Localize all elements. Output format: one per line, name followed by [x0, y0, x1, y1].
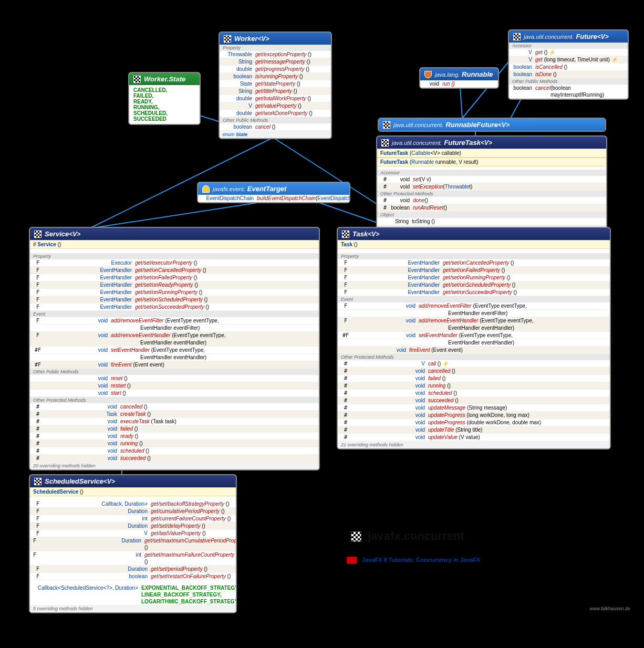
class-service: Service<V> # Service () Property FExecut…	[29, 227, 320, 471]
tutorial-link[interactable]: JavaFX 8 Tutorials: Concurrency in JavaF…	[347, 557, 480, 564]
cup-icon	[424, 71, 432, 78]
section-object: Object	[377, 212, 606, 218]
package-label: javafx.concurrent	[351, 529, 464, 543]
constructor: ScheduledService ()	[30, 487, 236, 496]
footnote: 20 overriding methods hidden	[30, 462, 319, 469]
class-future-task: java.util.concurrent.FutureTask<V> Futur…	[376, 135, 607, 234]
checker-icon	[381, 139, 389, 147]
interface-future: java.util.concurrent.Future<V> Accessor …	[508, 29, 629, 100]
interface-event-target: javafx.event.EventTarget EventDispatchCh…	[197, 182, 350, 203]
section-property: Property	[220, 45, 331, 51]
enum-values: CANCELLED, FAILED, READY, RUNNING, SCHED…	[129, 85, 200, 124]
title-bar: Service<V>	[30, 228, 319, 240]
bell-icon	[202, 185, 210, 193]
title-bar: Worker.State	[129, 73, 200, 85]
section-event: Event	[30, 311, 319, 317]
class-scheduled-service: ScheduledService<V> ScheduledService () …	[29, 474, 237, 613]
title-bar: java.lang.Runnable	[420, 68, 498, 80]
section-other: Other Public Methods	[220, 117, 331, 123]
footnote: 5 overriding methods hidden	[30, 605, 236, 612]
section-property: Property	[338, 253, 610, 259]
section-other: Other Public Methods	[509, 78, 628, 85]
constructor: FutureTask (Runnable runnable, V result)	[377, 158, 606, 166]
interface-worker: Worker<V> Property Throwableget/exceptio…	[219, 32, 332, 139]
web-icon	[347, 557, 357, 564]
section-property: Property	[30, 253, 319, 259]
constructor: FutureTask (Callable<V> callable)	[377, 149, 606, 158]
title-bar: Task<V>	[338, 228, 610, 240]
checker-icon	[383, 121, 390, 129]
section-accessor: Accessor	[377, 170, 606, 176]
constructor: # Service ()	[30, 240, 319, 249]
checker-icon	[34, 231, 41, 238]
svg-line-6	[89, 200, 278, 228]
footnote: 21 overriding methods hidden	[338, 441, 610, 448]
checker-icon	[224, 35, 231, 43]
section-event: Event	[338, 296, 610, 302]
checker-icon	[342, 231, 349, 238]
svg-line-4	[460, 87, 462, 118]
checker-icon	[34, 478, 41, 485]
constructor: Task ()	[338, 240, 610, 249]
title-bar: java.util.concurrent.FutureTask<V>	[377, 137, 606, 149]
footer-url: www.falkhausen.de	[589, 606, 630, 611]
section-protected: Other Protected Methods	[377, 191, 606, 197]
interface-runnable: java.lang.Runnable voidrun ()	[419, 67, 499, 89]
section-accessor: Accessor	[509, 43, 628, 49]
checker-icon	[513, 33, 521, 40]
enum-ref: enum State	[220, 131, 331, 138]
title-bar: javafx.event.EventTarget	[198, 183, 349, 195]
title-bar: java.util.concurrent.Future<V>	[509, 30, 628, 43]
title-bar: ScheduledService<V>	[30, 475, 236, 487]
interface-runnable-future: java.util.concurrent.RunnableFuture<V>	[378, 118, 606, 132]
title-bar: java.util.concurrent.RunnableFuture<V>	[379, 119, 605, 131]
class-worker-state: Worker.State CANCELLED, FAILED, READY, R…	[128, 72, 201, 125]
section-protected: Other Protected Methods	[30, 397, 319, 403]
section-public: Other Public Methods	[30, 369, 319, 375]
section-protected: Other Protected Methods	[338, 354, 610, 360]
checker-icon	[133, 76, 141, 83]
class-task: Task<V> Task () Property FEventHandlerge…	[337, 227, 611, 450]
title-bar: Worker<V>	[220, 33, 331, 45]
